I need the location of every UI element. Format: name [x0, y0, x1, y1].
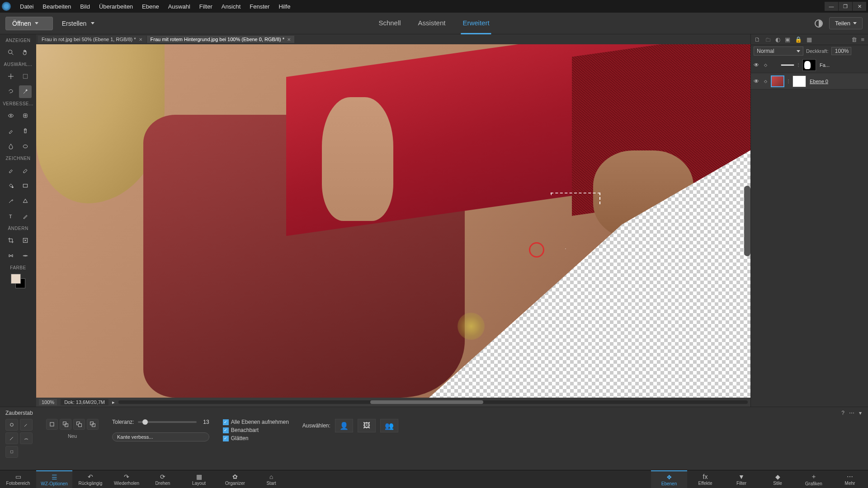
organizer-button[interactable]: ✿Organizer	[217, 470, 253, 488]
menu-help[interactable]: Hilfe	[274, 1, 295, 12]
recompose-tool[interactable]	[19, 234, 32, 247]
panel-menu-icon[interactable]: ≡	[861, 36, 864, 43]
redo-button[interactable]: ↷Wiederholen	[108, 470, 145, 488]
selection-brush-tool[interactable]	[20, 419, 33, 431]
undo-button[interactable]: ↶Rückgängig	[72, 470, 108, 488]
fill-tool[interactable]	[5, 179, 17, 192]
intersect-selection-button[interactable]	[87, 419, 99, 430]
layout-button[interactable]: ▦Layout	[181, 470, 217, 488]
lock-icon[interactable]: 🔒	[795, 36, 802, 43]
document-tab-1[interactable]: Frau in rot.jpg bei 50% (Ebene 1, RGB/8)…	[38, 36, 146, 43]
new-group-icon[interactable]: 🗀	[765, 36, 771, 43]
filters-tab[interactable]: ▼Filter	[723, 470, 760, 488]
text-tool[interactable]: T	[5, 210, 17, 223]
select-sky-button[interactable]: 👥	[380, 419, 398, 432]
clone-tool[interactable]	[19, 125, 32, 137]
menu-layer[interactable]: Ebene	[137, 1, 164, 12]
info-chevron-icon[interactable]: ▸	[112, 399, 115, 405]
opacity-input[interactable]: 100%	[831, 47, 851, 55]
new-layer-icon[interactable]: 🗋	[755, 36, 760, 43]
more-tab[interactable]: ⋯Mehr	[832, 470, 868, 488]
gradient-tool[interactable]	[19, 179, 32, 192]
magic-wand-tool[interactable]	[19, 85, 32, 98]
magic-wand-subtool[interactable]	[5, 432, 18, 444]
adjustment-icon[interactable]: ◐	[775, 36, 780, 43]
menu-filter[interactable]: Filter	[195, 1, 217, 12]
more-icon[interactable]: ⋯	[849, 410, 854, 416]
home-button[interactable]: ⌂Start	[253, 470, 289, 488]
menu-window[interactable]: Fenster	[245, 1, 274, 12]
help-icon[interactable]: ?	[841, 410, 844, 416]
canvas-viewport[interactable]: 100% Dok: 13,6M/20,7M ▸	[36, 44, 750, 407]
visibility-toggle[interactable]: 👁	[753, 61, 760, 69]
menu-file[interactable]: Datei	[15, 1, 38, 12]
tolerance-value[interactable]: 13	[200, 419, 209, 425]
lasso-tool[interactable]	[5, 85, 17, 98]
graphics-tab[interactable]: ＋Grafiken	[796, 470, 832, 488]
select-subject-button[interactable]: 👤	[335, 419, 353, 432]
move-tool[interactable]	[5, 70, 17, 83]
new-selection-button[interactable]	[46, 419, 58, 430]
rotate-button[interactable]: ⟳Drehen	[145, 470, 181, 488]
mode-guided[interactable]: Assistent	[416, 13, 448, 34]
blend-mode-select[interactable]: Normal	[754, 47, 803, 56]
layer-row-adjustment[interactable]: 👁 ◇ ⋮ Fa...	[751, 57, 868, 73]
close-icon[interactable]: ✕	[287, 37, 291, 42]
mode-expert[interactable]: Erweitert	[461, 13, 491, 34]
canvas[interactable]	[36, 44, 750, 398]
layer-row-0[interactable]: 👁 ◇ ⋮ Ebene 0	[751, 73, 868, 89]
layer-thumb[interactable]	[771, 75, 784, 87]
layer-name[interactable]: Ebene 0	[810, 79, 828, 84]
hand-tool[interactable]	[19, 46, 32, 59]
color-swatches[interactable]	[11, 274, 25, 288]
layer-name[interactable]: Fa...	[820, 62, 830, 68]
blur-tool[interactable]	[5, 140, 17, 153]
menu-select[interactable]: Auswahl	[164, 1, 195, 12]
eye-tool[interactable]	[5, 109, 17, 122]
mask-icon[interactable]: ▣	[785, 36, 790, 43]
visibility-toggle[interactable]: 👁	[753, 78, 760, 85]
mask-link-icon[interactable]: ⋮	[786, 79, 791, 84]
foreground-color[interactable]	[11, 274, 21, 284]
checkbox-antialias[interactable]: ✓	[223, 436, 229, 441]
zoom-tool[interactable]	[5, 46, 17, 59]
layers-tab[interactable]: ❖Ebenen	[651, 470, 687, 488]
quick-select-tool[interactable]	[5, 419, 18, 431]
refine-brush-tool[interactable]	[20, 432, 33, 444]
select-background-button[interactable]: 🖼	[358, 419, 376, 432]
eyedropper-tool[interactable]	[5, 195, 17, 207]
crop-tool[interactable]	[5, 234, 17, 247]
mask-link-icon[interactable]: ⋮	[796, 62, 801, 67]
checkbox-all-layers[interactable]: ✓	[223, 419, 229, 425]
fx-icon[interactable]: ▦	[807, 36, 812, 43]
menu-view[interactable]: Ansicht	[217, 1, 245, 12]
link-icon[interactable]: ◇	[762, 78, 769, 85]
brush-tool[interactable]	[5, 164, 17, 177]
share-button[interactable]: Teilen	[829, 17, 863, 29]
document-tab-2[interactable]: Frau mit rotem Hintergrund.jpg bei 100% …	[147, 36, 295, 43]
eraser-tool[interactable]	[19, 164, 32, 177]
menu-enhance[interactable]: Überarbeiten	[94, 1, 137, 12]
add-selection-button[interactable]	[60, 419, 71, 430]
subtract-selection-button[interactable]	[73, 419, 85, 430]
mask-thumb[interactable]	[793, 75, 806, 87]
horizontal-scrollbar[interactable]	[118, 400, 748, 404]
shape-tool[interactable]	[19, 195, 32, 207]
theme-toggle-icon[interactable]	[815, 19, 823, 28]
zoom-display[interactable]: 100%	[39, 399, 57, 405]
create-button[interactable]: Erstellen	[62, 20, 94, 27]
close-button[interactable]: ✕	[853, 2, 866, 11]
open-button[interactable]: Öffnen	[5, 17, 53, 30]
menu-edit[interactable]: Bearbeiten	[38, 1, 75, 12]
close-icon[interactable]: ✕	[139, 37, 142, 42]
tool-options-button[interactable]: ☰WZ-Optionen	[36, 470, 72, 488]
checkbox-contiguous[interactable]: ✓	[223, 427, 229, 433]
collapse-icon[interactable]: ▾	[859, 410, 862, 416]
link-icon[interactable]: ◇	[762, 61, 769, 69]
sponge-tool[interactable]	[19, 140, 32, 153]
auto-select-tool[interactable]	[5, 446, 18, 458]
photo-bin-button[interactable]: ▭Fotobereich	[0, 470, 36, 488]
mask-thumb[interactable]	[802, 59, 816, 71]
pencil-tool[interactable]	[19, 210, 32, 223]
mode-quick[interactable]: Schnell	[377, 13, 402, 34]
